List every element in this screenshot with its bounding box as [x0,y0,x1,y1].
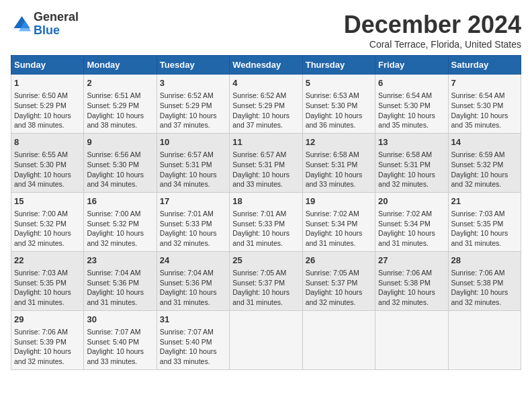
day-number: 29 [14,314,81,326]
day-info: Sunrise: 7:06 AM Sunset: 5:38 PM Dayligh… [451,268,518,308]
day-number: 2 [87,77,153,89]
day-number: 1 [14,77,81,89]
day-cell: 22Sunrise: 7:03 AM Sunset: 5:35 PM Dayli… [11,251,84,310]
week-row-1: 1Sunrise: 6:50 AM Sunset: 5:29 PM Daylig… [11,75,521,134]
day-cell: 20Sunrise: 7:02 AM Sunset: 5:34 PM Dayli… [375,192,448,251]
day-cell: 17Sunrise: 7:01 AM Sunset: 5:33 PM Dayli… [157,192,229,251]
col-wednesday: Wednesday [230,56,302,75]
day-cell: 3Sunrise: 6:52 AM Sunset: 5:29 PM Daylig… [157,75,229,134]
day-number: 6 [378,77,445,89]
day-cell: 15Sunrise: 7:00 AM Sunset: 5:32 PM Dayli… [11,192,84,251]
day-number: 11 [232,136,299,148]
header: General Blue December 2024 Coral Terrace… [11,11,521,50]
week-row-5: 29Sunrise: 7:06 AM Sunset: 5:39 PM Dayli… [11,310,521,369]
day-info: Sunrise: 7:06 AM Sunset: 5:39 PM Dayligh… [14,327,81,367]
day-number: 8 [14,136,81,148]
day-cell [230,310,302,369]
logo-icon [11,14,31,34]
day-info: Sunrise: 7:04 AM Sunset: 5:36 PM Dayligh… [160,268,226,308]
day-cell: 5Sunrise: 6:53 AM Sunset: 5:30 PM Daylig… [302,75,375,134]
day-cell: 16Sunrise: 7:00 AM Sunset: 5:32 PM Dayli… [84,192,157,251]
day-cell: 27Sunrise: 7:06 AM Sunset: 5:38 PM Dayli… [375,251,448,310]
day-number: 21 [451,195,518,208]
day-info: Sunrise: 7:00 AM Sunset: 5:32 PM Dayligh… [87,209,153,248]
day-cell: 19Sunrise: 7:02 AM Sunset: 5:34 PM Dayli… [302,192,375,251]
day-number: 4 [232,77,299,89]
day-number: 7 [451,77,518,89]
title-block: December 2024 Coral Terrace, Florida, Un… [344,11,521,50]
day-cell: 25Sunrise: 7:05 AM Sunset: 5:37 PM Dayli… [230,251,302,310]
day-number: 14 [451,136,518,148]
day-cell: 31Sunrise: 7:07 AM Sunset: 5:40 PM Dayli… [157,310,229,369]
day-number: 3 [160,77,226,89]
day-info: Sunrise: 7:00 AM Sunset: 5:32 PM Dayligh… [14,209,81,248]
day-number: 25 [232,255,299,267]
day-info: Sunrise: 7:05 AM Sunset: 5:37 PM Dayligh… [306,268,372,308]
day-cell: 30Sunrise: 7:07 AM Sunset: 5:40 PM Dayli… [84,310,157,369]
day-cell [375,310,448,369]
day-info: Sunrise: 7:06 AM Sunset: 5:38 PM Dayligh… [378,268,445,308]
day-number: 23 [87,255,153,267]
day-number: 22 [14,255,81,267]
day-number: 15 [14,195,81,208]
day-info: Sunrise: 7:03 AM Sunset: 5:35 PM Dayligh… [451,209,518,248]
day-number: 17 [160,195,226,208]
logo-general: General [34,11,79,24]
day-info: Sunrise: 7:07 AM Sunset: 5:40 PM Dayligh… [87,327,153,367]
day-number: 26 [306,255,372,267]
day-info: Sunrise: 7:03 AM Sunset: 5:35 PM Dayligh… [14,268,81,308]
calendar-table: Sunday Monday Tuesday Wednesday Thursday… [11,55,521,370]
day-info: Sunrise: 6:59 AM Sunset: 5:32 PM Dayligh… [451,150,518,189]
day-number: 16 [87,195,153,208]
calendar-subtitle: Coral Terrace, Florida, United States [344,39,521,50]
day-info: Sunrise: 6:58 AM Sunset: 5:31 PM Dayligh… [378,150,445,189]
header-row: Sunday Monday Tuesday Wednesday Thursday… [11,56,521,75]
col-friday: Friday [375,56,448,75]
day-number: 31 [160,314,226,326]
day-number: 5 [306,77,372,89]
day-info: Sunrise: 7:05 AM Sunset: 5:37 PM Dayligh… [232,268,299,308]
day-info: Sunrise: 6:53 AM Sunset: 5:30 PM Dayligh… [306,91,372,130]
day-cell: 11Sunrise: 6:57 AM Sunset: 5:31 PM Dayli… [230,133,302,192]
col-saturday: Saturday [448,56,521,75]
day-info: Sunrise: 7:04 AM Sunset: 5:36 PM Dayligh… [87,268,153,308]
calendar-header: Sunday Monday Tuesday Wednesday Thursday… [11,56,521,75]
week-row-4: 22Sunrise: 7:03 AM Sunset: 5:35 PM Dayli… [11,251,521,310]
day-number: 10 [160,136,226,148]
day-cell: 26Sunrise: 7:05 AM Sunset: 5:37 PM Dayli… [302,251,375,310]
day-cell: 29Sunrise: 7:06 AM Sunset: 5:39 PM Dayli… [11,310,84,369]
day-number: 12 [306,136,372,148]
day-cell: 21Sunrise: 7:03 AM Sunset: 5:35 PM Dayli… [448,192,521,251]
day-number: 24 [160,255,226,267]
day-cell: 7Sunrise: 6:54 AM Sunset: 5:30 PM Daylig… [448,75,521,134]
day-cell: 6Sunrise: 6:54 AM Sunset: 5:30 PM Daylig… [375,75,448,134]
calendar-title: December 2024 [344,11,521,39]
day-info: Sunrise: 6:56 AM Sunset: 5:30 PM Dayligh… [87,150,153,189]
day-cell [448,310,521,369]
day-info: Sunrise: 7:01 AM Sunset: 5:33 PM Dayligh… [160,209,226,248]
day-info: Sunrise: 6:54 AM Sunset: 5:30 PM Dayligh… [451,91,518,130]
logo: General Blue [11,11,79,38]
day-info: Sunrise: 6:57 AM Sunset: 5:31 PM Dayligh… [160,150,226,189]
day-cell: 18Sunrise: 7:01 AM Sunset: 5:33 PM Dayli… [230,192,302,251]
logo-text: General Blue [34,11,79,38]
logo-blue: Blue [34,24,79,38]
day-info: Sunrise: 6:57 AM Sunset: 5:31 PM Dayligh… [232,150,299,189]
day-cell: 24Sunrise: 7:04 AM Sunset: 5:36 PM Dayli… [157,251,229,310]
day-info: Sunrise: 7:02 AM Sunset: 5:34 PM Dayligh… [306,209,372,248]
col-monday: Monday [84,56,157,75]
day-info: Sunrise: 6:54 AM Sunset: 5:30 PM Dayligh… [378,91,445,130]
day-cell: 9Sunrise: 6:56 AM Sunset: 5:30 PM Daylig… [84,133,157,192]
day-cell: 1Sunrise: 6:50 AM Sunset: 5:29 PM Daylig… [11,75,84,134]
day-info: Sunrise: 6:58 AM Sunset: 5:31 PM Dayligh… [306,150,372,189]
day-number: 18 [232,195,299,208]
day-cell: 13Sunrise: 6:58 AM Sunset: 5:31 PM Dayli… [375,133,448,192]
day-cell: 12Sunrise: 6:58 AM Sunset: 5:31 PM Dayli… [302,133,375,192]
day-number: 13 [378,136,445,148]
day-info: Sunrise: 6:55 AM Sunset: 5:30 PM Dayligh… [14,150,81,189]
col-tuesday: Tuesday [157,56,229,75]
day-number: 19 [306,195,372,208]
day-cell: 4Sunrise: 6:52 AM Sunset: 5:29 PM Daylig… [230,75,302,134]
day-info: Sunrise: 7:01 AM Sunset: 5:33 PM Dayligh… [232,209,299,248]
day-info: Sunrise: 7:02 AM Sunset: 5:34 PM Dayligh… [378,209,445,248]
